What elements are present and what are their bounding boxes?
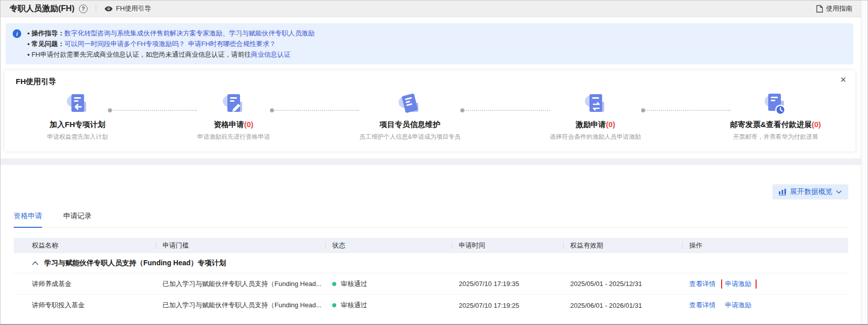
col-benefit-name: 权益名称 [14,241,155,250]
fh-guide-toggle-label: FH使用引导 [116,4,151,13]
tab-application-records[interactable]: 申请记录 [63,212,92,227]
cell-actions: 查看详情 申请激励 [682,301,848,310]
usage-guide-link[interactable]: 使用指南 [816,4,852,13]
step-count: (0) [606,120,615,130]
cell-apply-time: 2025/07/10 17:19:25 [452,302,563,309]
step-title: 资格申请(0) [214,120,253,130]
cell-actions: 查看详情 申请激励 [682,279,848,289]
status-dot [332,282,336,286]
col-apply-time: 申请时间 [452,241,563,250]
step-title: 邮寄发票&查看付款进展(0) [730,120,821,130]
view-details-link[interactable]: 查看详情 [689,280,716,288]
notice-line1-separator: 、 [222,29,229,37]
step-title-text: 加入FH专项计划 [50,120,105,130]
table-group-row: 学习与赋能伙伴专职人员支持（Funding Head）专项计划 [14,253,848,273]
step-count: (0) [244,120,253,130]
header-divider [96,5,96,12]
page-header: 专职人员激励(FH) ? FH使用引导 使用指南 [1,1,867,17]
close-icon[interactable]: × [840,74,846,85]
step-subtitle: 开票邮寄，并查看华为付款进展 [733,133,818,141]
highlighted-action: 申请激励 [725,279,752,289]
cell-apply-threshold: 已加入学习与赋能伙伴专职人员支持（Funding Head... [155,279,325,289]
notice-line-2: 常见问题：可以同一时间段申请多个FH专项激励吗？申请FH时有哪些合规性要求？ [27,38,314,49]
step-subtitle: 选择符合条件的激励人员申请激励 [550,133,641,141]
usage-guide-label: 使用指南 [826,4,852,13]
cell-benefit-name: 讲师专职投入基金 [14,301,155,310]
step-title-text: 激励申请 [575,120,606,130]
fh-guide-card: FH使用引导 × 加入FH专项计划 申请权益需先加入计划 [5,70,855,151]
link-fulltime-incentive[interactable]: 学习与赋能伙伴专职人员激励 [229,29,314,37]
main-section: 展开数据概览 资格申请 申请记录 权益名称 申请门槛 状态 申请时间 权益有效期… [1,165,867,325]
chevron-down-icon [836,190,842,194]
step-specialist-info[interactable]: 项目专员信息维护 员工维护个人信息&申请成为项目专员 [359,91,460,141]
col-status: 状态 [325,241,452,250]
notice-lines: 操作指导：数字化转型咨询与系统集成伙伴售前解决方案专家激励、学习与赋能伙伴专职人… [27,28,314,60]
apply-incentive-link[interactable]: 申请激励 [725,301,752,309]
expand-data-overview-button[interactable]: 展开数据概览 [772,184,848,199]
tab-bar: 资格申请 申请记录 [14,212,848,228]
tab-qualification-apply[interactable]: 资格申请 [14,212,42,228]
cell-status: 审核通过 [325,279,452,289]
document-icon [816,5,823,13]
step-invoice-payment[interactable]: 邮寄发票&查看付款进展(0) 开票邮寄，并查看华为付款进展 [730,91,821,141]
notice-line-3: FH申请付款需要先完成商业信息认证，如您尚未通过商业信息认证，请前往商业信息认证 [27,49,314,60]
notice-line-1: 操作指导：数字化转型咨询与系统集成伙伴售前解决方案专家激励、学习与赋能伙伴专职人… [27,28,314,38]
expand-data-overview-label: 展开数据概览 [790,187,833,196]
table-row: 讲师专职投入基金 已加入学习与赋能伙伴专职人员支持（Funding Head..… [14,295,848,316]
cell-apply-time: 2025/07/10 17:19:35 [452,280,563,288]
step-subtitle: 申请激励前先进行资格申请 [197,133,270,141]
qualification-table: 权益名称 申请门槛 状态 申请时间 权益有效期 操作 学习与赋能伙伴专职人员支持… [14,238,848,316]
cell-status: 审核通过 [325,301,452,310]
link-expert-incentive[interactable]: 数字化转型咨询与系统集成伙伴售前解决方案专家激励 [64,29,222,37]
col-apply-threshold: 申请门槛 [155,241,325,250]
apply-incentive-link[interactable]: 申请激励 [725,280,752,288]
status-dot [332,303,336,307]
scrollbar[interactable] [861,1,867,324]
doc-clock-icon [762,91,789,118]
step-title: 项目专员信息维护 [379,120,440,130]
section-gap [1,158,867,165]
status-text: 审核通过 [341,301,367,310]
view-details-link[interactable]: 查看详情 [689,301,716,309]
eye-icon [104,6,113,12]
link-faq-multiple-fh[interactable]: 可以同一时间段申请多个FH专项激励吗？ [64,40,185,48]
step-incentive-apply[interactable]: 激励申请(0) 选择符合条件的激励人员申请激励 [550,91,641,141]
notice-banner: i 操作指导：数字化转型咨询与系统集成伙伴售前解决方案专家激励、学习与赋能伙伴专… [6,23,853,64]
info-icon: i [13,29,21,38]
app-window: 专职人员激励(FH) ? FH使用引导 使用指南 i 操作指导：数字化转型咨询与… [0,0,868,325]
step-connector [108,110,197,111]
step-title-text: 项目专员信息维护 [379,120,440,130]
step-subtitle: 申请权益需先加入计划 [47,133,108,141]
step-title: 激励申请(0) [575,120,615,130]
col-validity: 权益有效期 [563,241,682,250]
toolbar: 展开数据概览 [14,165,848,199]
col-actions: 操作 [682,241,848,250]
fh-guide-toggle[interactable]: FH使用引导 [104,4,151,13]
table-header-row: 权益名称 申请门槛 状态 申请时间 权益有效期 操作 [14,238,848,253]
chevron-up-icon[interactable] [32,261,38,265]
link-business-info-cert[interactable]: 商业信息认证 [251,51,291,58]
help-icon[interactable]: ? [79,5,88,13]
link-faq-compliance[interactable]: 申请FH时有哪些合规性要求？ [188,40,276,48]
notice-line3-text: FH申请付款需要先完成商业信息认证，如您尚未通过商业信息认证，请前往 [31,51,251,58]
page-title: 专职人员激励(FH) [10,4,74,14]
step-connector [460,110,549,111]
guide-steps: 加入FH专项计划 申请权益需先加入计划 资格申请(0) 申请激励前先进 [16,91,844,141]
cell-validity: 2025/05/01 - 2025/12/31 [563,280,682,288]
step-subtitle: 员工维护个人信息&申请成为项目专员 [359,133,460,141]
bar-chart-icon [779,189,786,195]
cell-benefit-name: 讲师养成基金 [14,279,155,289]
table-row: 讲师养成基金 已加入学习与赋能伙伴专职人员支持（Funding Head... … [14,273,848,295]
step-connector [641,110,730,111]
fh-guide-card-title: FH使用引导 [16,77,844,87]
step-title-text: 邮寄发票&查看付款进展 [730,120,812,130]
step-title-text: 资格申请 [214,120,244,130]
step-qualification-apply[interactable]: 资格申请(0) 申请激励前先进行资格申请 [197,91,270,141]
group-title: 学习与赋能伙伴专职人员支持（Funding Head）专项计划 [44,259,226,268]
step-join-plan[interactable]: 加入FH专项计划 申请权益需先加入计划 [47,91,108,141]
notice-line1-label: 操作指导： [31,29,64,37]
doc-pencil-icon [220,91,247,118]
cell-apply-threshold: 已加入学习与赋能伙伴专职人员支持（Funding Head... [155,301,325,310]
doc-transfer-icon [582,91,609,118]
notice-line2-label: 常见问题： [31,40,64,48]
